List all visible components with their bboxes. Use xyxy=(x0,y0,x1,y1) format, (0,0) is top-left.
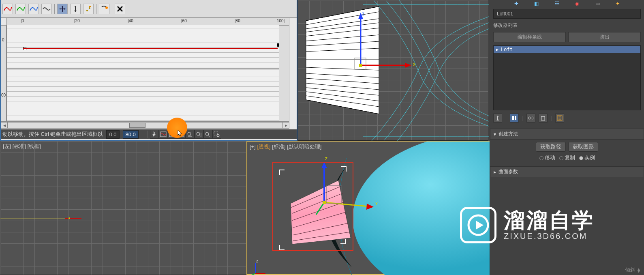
horizontal-scrollbar[interactable]: ◂ ▸ xyxy=(1,122,289,129)
pin-stack-icon[interactable] xyxy=(493,114,502,122)
tab-hierarchy-icon[interactable]: ☷ xyxy=(555,1,559,6)
modifier-stack-entry[interactable]: ▸ Loft xyxy=(494,46,640,53)
svg-marker-67 xyxy=(476,221,484,230)
zoom-icon[interactable] xyxy=(203,130,212,139)
object-name-field[interactable]: Loft001 xyxy=(493,9,641,19)
curve-blue-icon[interactable] xyxy=(28,4,39,14)
modifier-list-label: 修改器列表 xyxy=(490,20,644,30)
axis-x-label: x xyxy=(413,61,415,67)
tab-utilities-icon[interactable]: ✦ xyxy=(616,1,620,6)
axis-z-label: z xyxy=(362,11,364,17)
curve-editor-status-bar: 动以移动。按住 Ctrl 键单击或拖出区域框以 0.0 80.0 xyxy=(1,129,297,139)
viewport-perspective-label[interactable]: [+] [透视] [标准] [默认明暗处理] xyxy=(250,143,321,150)
zoom-vert-icon[interactable] xyxy=(195,130,203,139)
viewport-perspective[interactable]: [+] [透视] [标准] [默认明暗处理] xyxy=(246,141,490,275)
make-unique-icon[interactable] xyxy=(526,114,535,122)
radio-move[interactable]: 移动 xyxy=(539,154,555,161)
left-label-1: 00 xyxy=(1,93,6,97)
expand-icon[interactable]: ▸ xyxy=(496,47,499,52)
zoom-horiz-icon[interactable] xyxy=(186,130,195,139)
left-label-0: 0 xyxy=(2,38,4,42)
svg-point-37 xyxy=(68,217,70,219)
svg-marker-32 xyxy=(405,63,411,68)
zoom-extent-h-icon[interactable] xyxy=(159,130,168,139)
watermark-title: 溜溜自学 xyxy=(504,209,595,232)
radio-copy[interactable]: 复制 xyxy=(559,154,575,161)
get-shape-button[interactable]: 获取图形 xyxy=(568,142,598,152)
extrude-button[interactable]: 挤出 xyxy=(568,32,641,42)
tick-80: |80 xyxy=(235,19,240,23)
rollout-create-label: 创建方法 xyxy=(499,131,518,138)
move-tool-icon[interactable] xyxy=(57,4,68,14)
tab-create-icon[interactable]: ✚ xyxy=(514,1,518,6)
scale-vertical-icon[interactable] xyxy=(70,4,81,14)
command-panel-tabs: ✚ ◧ ☷ ◉ ▭ ✦ xyxy=(490,0,644,7)
vp-label-rest: [标准] [默认明暗处理] xyxy=(272,144,321,150)
radio-instance[interactable]: 实例 xyxy=(579,154,595,161)
svg-point-7 xyxy=(197,132,200,135)
wave-icon[interactable] xyxy=(41,4,52,14)
value-field-1[interactable]: 0.0 xyxy=(106,130,119,139)
configure-sets-icon[interactable] xyxy=(555,114,564,122)
scroll-left-icon[interactable]: ◂ xyxy=(1,122,8,128)
zoom-region-icon[interactable] xyxy=(212,130,221,139)
rollout-create-method[interactable]: ▾ 创建方法 xyxy=(490,129,644,140)
delete-key-icon[interactable] xyxy=(115,4,125,14)
tab-modify-icon[interactable]: ◧ xyxy=(534,1,539,6)
tab-motion-icon[interactable]: ◉ xyxy=(575,1,579,6)
value-field-2[interactable]: 80.0 xyxy=(123,130,139,139)
tick-100: 100| xyxy=(277,19,285,23)
show-end-result-icon[interactable] xyxy=(510,114,519,122)
scroll-right-icon[interactable]: ▸ xyxy=(282,122,289,128)
rollout-surface-params[interactable]: ▸ 曲面参数 xyxy=(490,166,644,177)
svg-text:x: x xyxy=(375,201,378,206)
svg-point-6 xyxy=(188,132,191,135)
remove-modifier-icon[interactable] xyxy=(539,114,548,122)
edit-spline-button[interactable]: 编辑样条线 xyxy=(493,32,566,42)
get-path-button[interactable]: 获取路径 xyxy=(536,142,566,152)
tick-40: |40 xyxy=(128,19,133,23)
viewport-left[interactable]: [左] [标准] [线框] xyxy=(0,141,246,275)
modifier-stack[interactable]: ▸ Loft xyxy=(493,45,641,110)
toolbar-sep xyxy=(54,4,55,14)
expand-down-icon: ▾ xyxy=(494,131,496,137)
tilt-text: 倾斜 xyxy=(625,266,635,273)
toolbar-sep-3 xyxy=(112,4,112,14)
add-keys-icon[interactable] xyxy=(83,4,94,14)
annotation-red-box xyxy=(272,162,353,251)
status-hint-text: 动以移动。按住 Ctrl 键单击或拖出区域框以 xyxy=(1,131,105,138)
curve-red-icon[interactable] xyxy=(2,4,13,14)
modifier-stack-footer: | | | xyxy=(490,112,644,124)
tick-0: |0 xyxy=(21,19,24,23)
viewport-top[interactable]: z x xyxy=(297,0,488,141)
value-ruler-right xyxy=(279,25,289,122)
svg-text:z: z xyxy=(325,156,327,161)
curve-graph-area[interactable] xyxy=(6,18,289,122)
curve-green-icon[interactable] xyxy=(15,4,26,14)
svg-text:z: z xyxy=(256,258,259,263)
zero-line xyxy=(7,69,289,69)
pan-icon[interactable] xyxy=(150,130,159,139)
scroll-thumb[interactable] xyxy=(129,123,145,128)
svg-point-62 xyxy=(531,117,533,119)
svg-line-57 xyxy=(250,273,255,275)
bottom-tilt-label: 倾斜 ▴▾ xyxy=(625,266,640,273)
snap-icon[interactable] xyxy=(99,4,109,14)
toolbar-sep-2 xyxy=(96,4,96,14)
stack-entry-label: Loft xyxy=(501,47,513,52)
watermark-url: ZIXUE.3D66.COM xyxy=(504,232,595,241)
curve-line[interactable] xyxy=(23,48,278,49)
vp-label-perspective: [透视] xyxy=(257,144,270,150)
svg-point-61 xyxy=(528,117,531,119)
svg-point-2 xyxy=(105,6,108,9)
tick-60: |60 xyxy=(181,19,187,23)
timeline-ruler[interactable]: |0 |20 |40 |60 |80 100| xyxy=(6,18,289,25)
rollout-surface-label: 曲面参数 xyxy=(499,168,518,175)
watermark-logo: 溜溜自学 ZIXUE.3D66.COM xyxy=(460,201,644,249)
top-viewport-wireframe xyxy=(298,0,489,141)
tab-display-icon[interactable]: ▭ xyxy=(595,1,600,6)
spinner-icon[interactable]: ▴▾ xyxy=(638,268,640,273)
svg-point-8 xyxy=(205,132,209,135)
svg-rect-33 xyxy=(359,64,362,67)
viewport-left-label[interactable]: [左] [标准] [线框] xyxy=(3,143,41,150)
